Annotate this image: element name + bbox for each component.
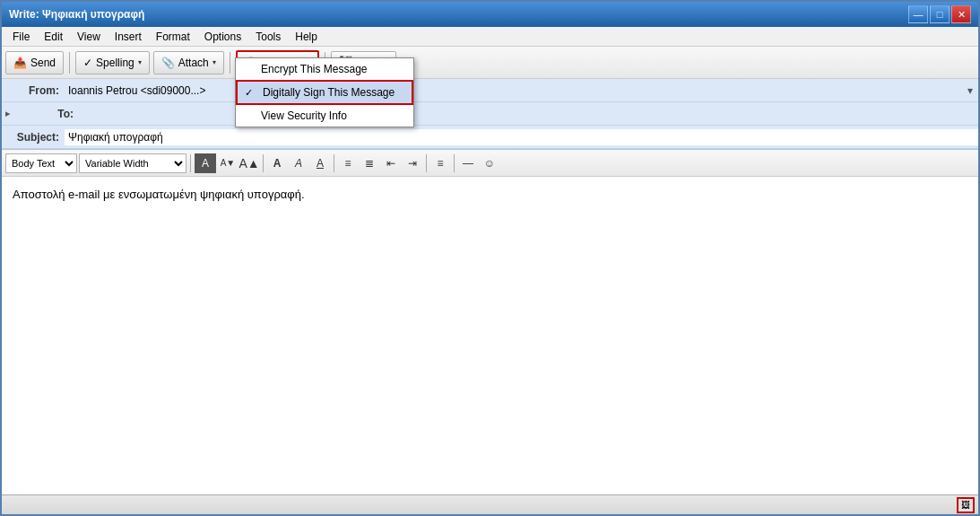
checkmark-icon: ✓ (245, 87, 253, 99)
status-bar: 🖼 (2, 494, 978, 514)
ordered-list-button[interactable]: ≣ (360, 153, 379, 173)
font-size-decrease-button[interactable]: A▼ (218, 153, 238, 173)
fmt-sep-4 (426, 154, 427, 172)
unordered-list-button[interactable]: ≡ (338, 153, 358, 173)
send-label: Send (30, 57, 56, 69)
bold-button[interactable]: A (267, 153, 287, 173)
view-security-info-item[interactable]: View Security Info (236, 105, 413, 127)
bold-icon: A (273, 157, 282, 170)
underline-button[interactable]: A (310, 153, 330, 173)
menu-tools[interactable]: Tools (248, 29, 288, 45)
window-title: Write: Ψηφιακή υπογραφή (9, 8, 144, 21)
font-size-bg-button[interactable]: A (195, 153, 216, 173)
view-security-label: View Security Info (261, 109, 347, 122)
ol-icon: ≣ (365, 157, 374, 170)
digitally-sign-item[interactable]: ✓ Digitally Sign This Message (236, 80, 413, 105)
subject-row: Subject: (2, 126, 978, 149)
attach-dropdown-arrow: ▾ (212, 58, 216, 66)
to-label: To: (16, 108, 79, 120)
attach-button[interactable]: 📎 Attach ▾ (153, 51, 224, 74)
align-icon: ≡ (437, 157, 443, 170)
status-icon: 🖼 (961, 500, 970, 510)
spelling-button[interactable]: ✓ Spelling ▾ (75, 51, 150, 74)
hr-icon: — (463, 157, 473, 170)
to-input[interactable] (79, 106, 978, 122)
maximize-button[interactable]: □ (930, 5, 950, 23)
to-row: ▸ To: (2, 102, 978, 126)
menu-format[interactable]: Format (149, 29, 197, 45)
menu-options[interactable]: Options (197, 29, 248, 45)
font-size-decrease-icon: A▼ (221, 158, 236, 168)
hr-button[interactable]: — (458, 153, 478, 173)
fmt-sep-2 (263, 154, 264, 172)
window-controls: — □ ✕ (908, 5, 971, 23)
from-value: Ioannis Petrou <sdi09000...> (65, 83, 962, 99)
status-icon-button[interactable]: 🖼 (957, 497, 975, 513)
send-icon: 📤 (13, 57, 27, 69)
format-toolbar: Body Text Variable Width A A▼ A▲ A A A ≡ (2, 150, 978, 177)
menu-view[interactable]: View (70, 29, 108, 45)
subject-input[interactable] (65, 129, 978, 145)
font-size-increase-icon: A▲ (238, 156, 259, 171)
indent-less-button[interactable]: ⇤ (381, 153, 401, 173)
digitally-sign-label: Digitally Sign This Message (263, 86, 395, 99)
title-bar: Write: Ψηφιακή υπογραφή — □ ✕ (2, 2, 978, 27)
toolbar-separator-2 (230, 52, 230, 74)
subject-label: Subject: (2, 131, 65, 144)
toolbar-separator-1 (69, 52, 70, 74)
fmt-sep-3 (334, 154, 334, 172)
spelling-label: Spelling (96, 57, 134, 69)
italic-button[interactable]: A (289, 153, 308, 173)
spelling-dropdown-arrow: ▾ (138, 58, 142, 66)
style-select[interactable]: Body Text (5, 153, 77, 173)
fmt-sep-5 (454, 154, 455, 172)
toolbar: 📤 Send ✓ Spelling ▾ 📎 Attach ▾ 🔒 Securit… (2, 47, 978, 79)
align-button[interactable]: ≡ (430, 153, 450, 173)
font-bg-icon: A (202, 157, 209, 170)
menu-edit[interactable]: Edit (37, 29, 70, 45)
from-dropdown-arrow[interactable]: ▾ (962, 84, 978, 97)
menu-help[interactable]: Help (288, 29, 325, 45)
security-dropdown-menu: Encrypt This Message ✓ Digitally Sign Th… (235, 57, 414, 127)
from-row: From: Ioannis Petrou <sdi09000...> ▾ (2, 79, 978, 102)
font-select[interactable]: Variable Width (79, 153, 186, 173)
spelling-icon: ✓ (83, 57, 92, 69)
encrypt-label: Encrypt This Message (261, 63, 368, 75)
close-button[interactable]: ✕ (951, 5, 971, 23)
attach-label: Attach (178, 57, 209, 69)
indent-less-icon: ⇤ (386, 157, 395, 170)
expand-icon: ▸ (2, 108, 16, 119)
ul-icon: ≡ (344, 157, 351, 170)
menu-bar: File Edit View Insert Format Options Too… (2, 27, 978, 47)
send-button[interactable]: 📤 Send (5, 51, 64, 74)
italic-icon: A (295, 157, 302, 170)
font-size-increase-button[interactable]: A▲ (239, 153, 259, 173)
from-label: From: (2, 84, 65, 97)
fmt-sep-1 (190, 154, 191, 172)
body-text: Αποστολή e-mail με ενσωματωμένη ψηφιακή … (13, 188, 305, 201)
menu-insert[interactable]: Insert (108, 29, 149, 45)
main-window: Write: Ψηφιακή υπογραφή — □ ✕ File Edit … (0, 0, 980, 516)
underline-icon: A (317, 157, 324, 170)
emoji-icon: ☺ (484, 157, 495, 170)
encrypt-message-item[interactable]: Encrypt This Message (236, 58, 413, 80)
menu-file[interactable]: File (5, 29, 37, 45)
attach-icon: 📎 (161, 57, 175, 69)
emoji-button[interactable]: ☺ (480, 153, 499, 173)
header-area: From: Ioannis Petrou <sdi09000...> ▾ ▸ T… (2, 79, 978, 150)
body-area[interactable]: Αποστολή e-mail με ενσωματωμένη ψηφιακή … (2, 177, 978, 494)
minimize-button[interactable]: — (908, 5, 928, 23)
indent-more-icon: ⇥ (408, 157, 417, 170)
indent-more-button[interactable]: ⇥ (403, 153, 422, 173)
